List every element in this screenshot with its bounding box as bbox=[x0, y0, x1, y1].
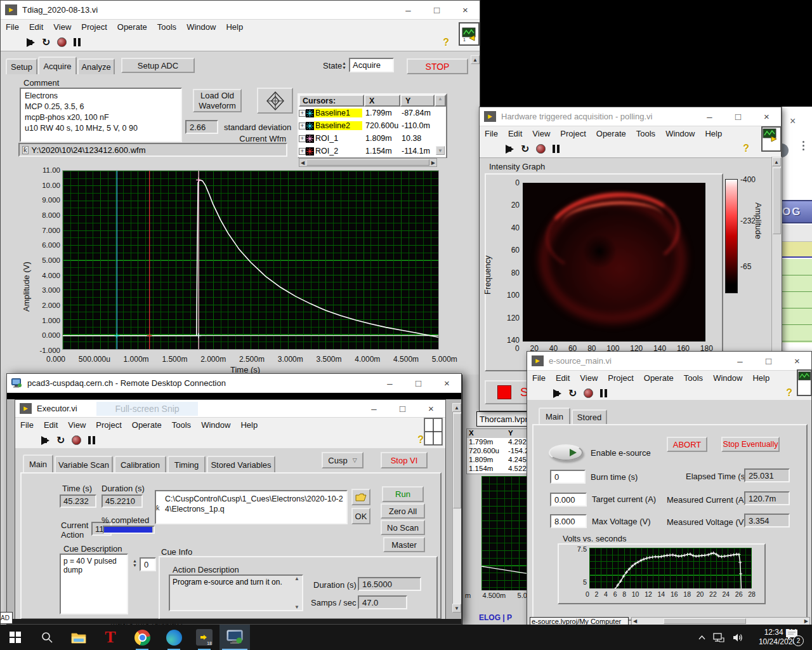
load-old-waveform-button[interactable]: Load Old Waveform bbox=[193, 89, 242, 112]
minimize-icon[interactable]: – bbox=[360, 400, 388, 417]
cursor-row[interactable]: + Baseline2 720.600u -110.0m bbox=[299, 119, 446, 132]
search-button[interactable] bbox=[32, 625, 62, 650]
scroll-thumb[interactable] bbox=[664, 618, 746, 624]
esource-titlebar[interactable]: ► e-source_main.vi – □ × bbox=[527, 352, 811, 371]
run-continuous-icon[interactable]: ↻ bbox=[42, 37, 50, 48]
tab-setup[interactable]: Setup bbox=[6, 58, 37, 74]
colorbar[interactable] bbox=[725, 179, 738, 293]
cursor-row[interactable]: + Baseline1 1.799m -87.84m bbox=[299, 107, 446, 119]
file-explorer-button[interactable] bbox=[63, 625, 94, 650]
abort-icon[interactable] bbox=[536, 144, 546, 154]
close-icon[interactable]: × bbox=[752, 107, 781, 126]
polling-titlebar[interactable]: ► Hardware triggered acquisition - polli… bbox=[480, 107, 781, 126]
cue-desc-field[interactable]: p = 40 V pulsed dump bbox=[60, 554, 128, 614]
help-icon[interactable]: ? bbox=[743, 143, 749, 154]
maximize-icon[interactable]: □ bbox=[422, 1, 451, 19]
cursor-scroll-down-icon[interactable]: ▼ bbox=[436, 146, 445, 155]
run-icon[interactable] bbox=[509, 145, 514, 154]
elog-rows-green[interactable] bbox=[782, 259, 812, 343]
scroll-thumb[interactable] bbox=[453, 413, 461, 508]
cursor-scroll-up-icon[interactable]: ▲ bbox=[435, 95, 446, 107]
cue-index-spinner[interactable]: ▲▼ bbox=[131, 559, 139, 567]
remote-desktop-button[interactable] bbox=[219, 625, 250, 650]
state-value-field[interactable]: Acquire bbox=[349, 58, 394, 72]
scroll-right-icon[interactable]: ▶ bbox=[803, 618, 809, 624]
menu-item[interactable]: Help bbox=[221, 22, 248, 32]
cursor-name[interactable]: Baseline1 bbox=[314, 109, 362, 117]
current-wfm-path[interactable]: ƙ Y:\2020\10\24\123412.600.wfm bbox=[18, 143, 287, 157]
cue-path-field[interactable]: C:\CuspControl\Cusp\1_Cues\Electrons\202… bbox=[155, 490, 348, 524]
abort-icon[interactable] bbox=[72, 435, 81, 445]
run-icon[interactable] bbox=[44, 436, 49, 445]
expand-icon[interactable]: + bbox=[299, 148, 306, 155]
menu-item[interactable]: Tools bbox=[631, 129, 660, 138]
menu-item[interactable]: Window bbox=[660, 129, 700, 138]
rdp-vscrollbar[interactable]: ▲ ▼ bbox=[452, 403, 461, 613]
cursor-hscrollbar[interactable]: ◀ ▶ bbox=[299, 158, 437, 167]
state-spinner[interactable]: ▲▼ bbox=[340, 58, 348, 72]
scroll-left-icon[interactable]: ◀ bbox=[632, 618, 638, 624]
start-button[interactable] bbox=[0, 625, 30, 650]
menu-item[interactable]: Window bbox=[196, 420, 235, 430]
expand-icon[interactable]: + bbox=[299, 123, 306, 129]
close-icon[interactable]: × bbox=[433, 374, 461, 392]
maximize-icon[interactable]: □ bbox=[754, 352, 783, 370]
burn-time-field[interactable]: 0 bbox=[550, 470, 586, 484]
stop-vi-button[interactable]: Stop VI bbox=[381, 452, 428, 468]
maximize-icon[interactable]: □ bbox=[724, 107, 752, 126]
browser-close-icon[interactable]: × bbox=[790, 116, 796, 127]
tab-acquire[interactable]: Acquire bbox=[38, 56, 77, 74]
expand-icon[interactable]: + bbox=[299, 135, 306, 142]
menu-item[interactable]: View bbox=[575, 373, 603, 383]
menu-item[interactable]: File bbox=[480, 129, 503, 138]
cue-index-value[interactable]: 0 bbox=[140, 557, 156, 571]
close-icon[interactable]: × bbox=[451, 1, 480, 19]
tab-variable-scan[interactable]: Variable Scan bbox=[55, 456, 113, 472]
scroll-thumb[interactable] bbox=[306, 159, 429, 166]
alignment-grid-icon[interactable] bbox=[424, 418, 443, 446]
cursor-name[interactable]: Baseline2 bbox=[314, 121, 362, 130]
menu-item[interactable]: File bbox=[527, 373, 551, 383]
x-col-header[interactable]: X bbox=[364, 95, 400, 107]
scroll-up-icon[interactable]: ▲ bbox=[294, 576, 299, 581]
run-continuous-icon[interactable]: ↻ bbox=[521, 144, 529, 154]
enable-esource-toggle[interactable] bbox=[549, 444, 583, 461]
menu-item[interactable]: File bbox=[15, 420, 39, 430]
menu-item[interactable]: Edit bbox=[39, 420, 63, 430]
close-icon[interactable]: × bbox=[417, 400, 445, 417]
menu-item[interactable]: Tools bbox=[152, 22, 181, 32]
measure-diamond-button[interactable] bbox=[257, 88, 293, 114]
run-button[interactable]: Run bbox=[382, 486, 424, 502]
close-icon[interactable]: × bbox=[783, 352, 811, 370]
help-icon[interactable]: ? bbox=[443, 37, 449, 48]
minimize-icon[interactable]: – bbox=[726, 352, 754, 370]
menu-item[interactable]: File bbox=[1, 22, 24, 32]
browser-menu-icon[interactable] bbox=[802, 141, 804, 150]
expand-icon[interactable]: + bbox=[299, 110, 306, 117]
edge-button[interactable] bbox=[159, 625, 189, 650]
ok-button[interactable]: OK bbox=[351, 508, 370, 524]
menu-item[interactable]: Edit bbox=[24, 22, 48, 32]
help-icon[interactable]: ? bbox=[786, 387, 792, 399]
waveform-plot-area[interactable] bbox=[63, 171, 438, 349]
abort-icon[interactable] bbox=[57, 37, 67, 47]
executor-titlebar[interactable]: ► Executor.vi Full-screen Snip – □ × bbox=[15, 400, 445, 418]
maximize-icon[interactable]: □ bbox=[404, 374, 433, 392]
menu-item[interactable]: Tools bbox=[167, 420, 196, 430]
scroll-up-icon[interactable]: ▲ bbox=[471, 55, 480, 64]
menu-item[interactable]: Operate bbox=[127, 420, 167, 430]
scroll-thumb[interactable] bbox=[773, 168, 781, 234]
menu-item[interactable]: Help bbox=[747, 373, 775, 383]
zero-all-button[interactable]: Zero All bbox=[381, 503, 425, 519]
stop-eventually-button[interactable]: Stop Eventually bbox=[721, 437, 780, 452]
elog-row-yellow[interactable] bbox=[782, 242, 812, 258]
menu-item[interactable]: View bbox=[48, 22, 76, 32]
stop-button[interactable]: STOP bbox=[407, 58, 468, 74]
scroll-down-icon[interactable]: ▼ bbox=[294, 604, 299, 610]
scroll-right-icon[interactable]: ▶ bbox=[430, 160, 436, 166]
menu-item[interactable]: Project bbox=[91, 420, 126, 430]
y-col-header[interactable]: Y bbox=[400, 95, 435, 107]
menu-item[interactable]: Edit bbox=[551, 373, 575, 383]
cursor-row[interactable]: + ROI_1 1.809m 10.38 bbox=[299, 132, 446, 145]
elog-link-fragment[interactable]: ELOG | P bbox=[479, 613, 512, 622]
